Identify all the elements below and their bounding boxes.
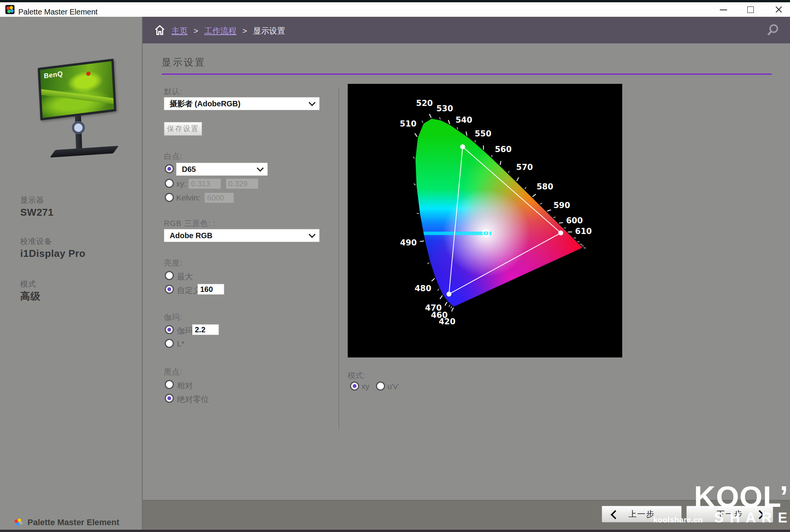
rgb-primaries-label: RGB 三原色: :: [164, 218, 216, 229]
gamut-vertex-dot: [558, 231, 563, 236]
mode-label: 模式: [20, 279, 36, 289]
black-point-relative-label: 相对: [177, 380, 193, 391]
luminance-label: 亮度:: [164, 258, 183, 268]
chevron-down-icon: [308, 99, 315, 106]
minimize-icon: [720, 10, 727, 10]
xy-label: xy:: [176, 179, 186, 188]
wavelength-label: 580: [536, 182, 553, 191]
monitor-product-image: BenQ: [37, 62, 119, 162]
gamma-label: 伽玛:: [164, 312, 183, 322]
monitor-stand: [75, 116, 82, 150]
white-point-kelvin-radio[interactable]: [165, 193, 174, 202]
wavelength-label: 570: [516, 163, 533, 172]
breadcrumb-workflow-link[interactable]: 工作流程: [204, 26, 236, 35]
koolshare-watermark: KOOL’ koolshare.cn S H A R E: [654, 485, 788, 526]
window-title: Palette Master Element: [18, 8, 98, 16]
maximize-icon: [747, 6, 754, 13]
monitor-screen: BenQ: [40, 61, 114, 118]
device-label: 校准设备: [20, 236, 52, 247]
gamut-vertex-dot: [460, 144, 465, 149]
window-bottom-edge: [0, 530, 790, 532]
wavelength-label: 520: [416, 99, 433, 108]
monitor-model: SW271: [20, 207, 54, 218]
black-point-relative-radio[interactable]: [165, 380, 174, 389]
maximize-button[interactable]: [739, 2, 762, 17]
wavelength-label: 600: [566, 216, 583, 225]
device-name: i1Display Pro: [20, 248, 85, 260]
breadcrumb-home-link[interactable]: 主页: [172, 26, 188, 35]
breadcrumb-separator: >: [194, 26, 198, 35]
luminance-max-radio[interactable]: [165, 271, 174, 280]
page-title: 显示设置: [162, 56, 206, 69]
wavelength-label: 610: [575, 227, 592, 236]
breadcrumb-separator: >: [242, 26, 247, 35]
wavelength-label: 560: [495, 145, 512, 154]
chromaticity-chart: 4204604704804905105205305405505605705805…: [348, 84, 622, 357]
chromaticity-chart-container: 4204604704804905105205305405505605705805…: [348, 84, 622, 357]
chart-mode-uv-label: u'v': [387, 382, 399, 391]
close-button[interactable]: [766, 2, 790, 17]
wavelength-label: 540: [456, 115, 472, 125]
gamma-option-label: 伽玛: [177, 325, 193, 336]
luminance-custom-radio[interactable]: [165, 285, 174, 294]
kelvin-input[interactable]: [204, 192, 234, 203]
wavelength-label: 480: [414, 284, 431, 293]
white-point-x-input[interactable]: [188, 178, 221, 189]
chart-mode-uv-radio[interactable]: [376, 381, 385, 391]
wavelength-label: 550: [475, 129, 491, 138]
chevron-left-icon: [610, 510, 620, 519]
footer-app-name: Palette Master Element: [27, 518, 119, 527]
chart-mode-xy-label: xy: [361, 382, 369, 391]
watermark-site-text: koolshare.cn: [654, 515, 703, 524]
minimize-button[interactable]: [711, 2, 735, 17]
chart-mode-label: 模式:: [348, 370, 365, 381]
gamut-vertex-dot: [446, 292, 451, 296]
lstar-radio[interactable]: [165, 339, 174, 348]
wavelength-label: 530: [436, 104, 453, 113]
main-content: 显示设置 默认: 摄影者 (AdobeRGB) 保存设置 白点: D65 xy:…: [143, 44, 790, 500]
save-settings-button[interactable]: 保存设置: [164, 122, 202, 136]
sidebar: BenQ 显示器 SW271 校准设备 i1Display Pro 模式 高级 …: [0, 17, 143, 530]
default-preset-dropdown[interactable]: 摄影者 (AdobeRGB): [164, 97, 320, 110]
gamma-radio[interactable]: [165, 325, 174, 334]
white-point-label: 白点:: [164, 151, 183, 162]
black-point-absolute-radio[interactable]: [165, 394, 174, 403]
white-point-dropdown[interactable]: D65: [176, 163, 268, 176]
chevron-down-icon: [257, 165, 263, 171]
monitor-base: [50, 146, 119, 158]
app-icon: [5, 5, 14, 14]
luminance-max-label: 最大: [177, 271, 193, 282]
kelvin-label: Kelvin:: [176, 193, 200, 202]
pme-footer-logo: [13, 518, 24, 527]
breadcrumb-bar: 主页 > 工作流程 > 显示设置: [143, 17, 790, 44]
breadcrumb: 主页 > 工作流程 > 显示设置: [172, 26, 285, 36]
wavelength-label: 590: [553, 201, 570, 210]
breadcrumb-current: 显示设置: [253, 26, 285, 35]
wavelength-label: 490: [400, 238, 417, 247]
black-point-label: 黑点:: [164, 367, 183, 377]
luminance-value-input[interactable]: [198, 284, 224, 295]
watermark-kool-text: KOOL’: [654, 485, 788, 509]
white-point-d65-radio[interactable]: [165, 164, 174, 173]
watermark-share-text: S H A R E: [714, 510, 788, 526]
wavelength-label: 510: [400, 119, 417, 128]
white-point-y-input[interactable]: [226, 178, 259, 189]
home-icon[interactable]: [154, 24, 165, 36]
column-divider: [339, 88, 339, 431]
gamma-value-input[interactable]: [192, 324, 219, 335]
palette-master-element-window: { "window": {"title": "Palette Master El…: [0, 0, 790, 532]
title-accent-rule: [162, 74, 772, 75]
chevron-down-icon: [308, 231, 315, 238]
mode-value: 高级: [20, 290, 40, 303]
wavelength-label: 470: [425, 303, 442, 312]
rgb-primaries-dropdown[interactable]: Adobe RGB: [164, 229, 320, 242]
chart-mode-xy-radio[interactable]: [350, 381, 359, 391]
black-point-absolute-label: 绝对零位: [177, 394, 209, 405]
monitor-label: 显示器: [20, 195, 44, 205]
search-icon[interactable]: [766, 23, 780, 37]
default-label: 默认:: [164, 87, 183, 97]
title-bar: Palette Master Element: [0, 2, 790, 17]
benq-logo: BenQ: [43, 70, 63, 80]
lstar-label: L*: [177, 339, 185, 348]
white-point-xy-radio[interactable]: [165, 179, 174, 188]
